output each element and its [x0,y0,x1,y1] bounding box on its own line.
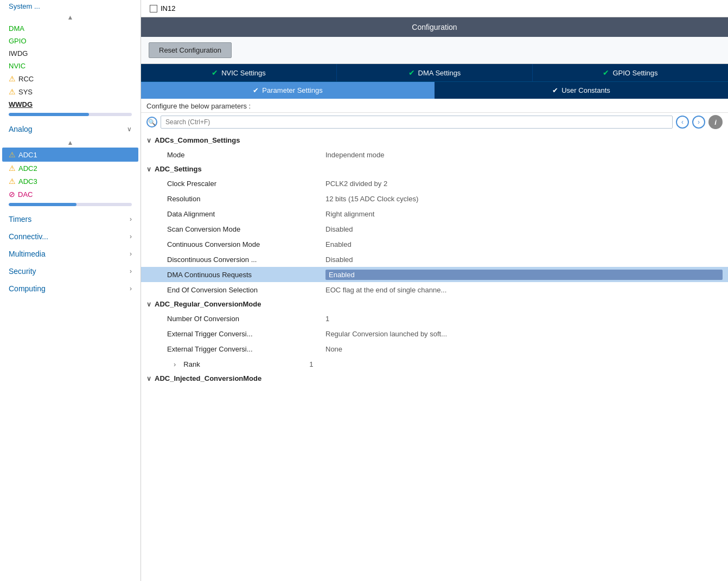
check-icon-user: ✔ [552,86,558,94]
param-label-data-align: Data Alignment [163,210,325,218]
dac-label: DAC [18,190,33,199]
param-value-scan: Disabled [325,225,723,233]
sidebar-item-adc1[interactable]: ⚠ ADC1 [2,148,138,162]
sidebar-item-sys[interactable]: ⚠ SYS [0,85,141,98]
sidebar-item-wwdg[interactable]: WWDG [0,98,141,111]
param-row-num-conv: Number Of Conversion 1 [141,311,728,326]
sidebar-section-security[interactable]: Security › [0,263,141,280]
connectivity-label: Connectiv... [9,232,48,241]
gpio-label: GPIO [9,37,27,45]
param-row-clock: Clock Prescaler PCLK2 divided by 2 [141,176,728,191]
sidebar-section-connectivity[interactable]: Connectiv... › [0,228,141,245]
sidebar-section-timers[interactable]: Timers › [0,210,141,228]
sidebar-item-adc3[interactable]: ⚠ ADC3 [0,175,141,188]
section-adc-regular-label: ADC_Regular_ConversionMode [155,300,261,308]
cancel-icon-dac: ⊘ [9,190,15,199]
param-row-eoc: End Of Conversion Selection EOC flag at … [141,282,728,297]
chevron-right-icon-comp: › [130,285,132,292]
search-input[interactable] [161,116,673,129]
section-adc-settings[interactable]: ∨ ADC_Settings [141,162,728,176]
prev-button[interactable]: ‹ [676,116,689,129]
param-value-data-align: Right alignment [325,210,723,218]
sidebar-item-gpio[interactable]: GPIO [0,35,141,47]
tab-dma-settings[interactable]: ✔ DMA Settings [337,64,533,81]
tab-gpio-settings[interactable]: ✔ GPIO Settings [533,64,728,81]
tab-param-label: Parameter Settings [262,86,322,94]
warn-icon-adc2: ⚠ [9,164,16,173]
sidebar-item-dac[interactable]: ⊘ DAC [0,188,141,201]
param-label-eoc: End Of Conversion Selection [163,286,325,294]
param-row-continuous: Continuous Conversion Mode Enabled [141,237,728,252]
check-icon-dma: ✔ [408,68,415,77]
reset-config-button[interactable]: Reset Configuration [149,42,232,58]
section-adc-settings-label: ADC_Settings [155,165,202,173]
sidebar-section-computing[interactable]: Computing › [0,280,141,297]
param-label-scan: Scan Conversion Mode [163,225,325,233]
param-label-ext-trig1: External Trigger Conversi... [163,330,325,338]
param-table: ∨ ADCs_Common_Settings Mode Independent … [141,131,728,581]
sidebar-system-label: System ... [9,2,40,10]
sidebar-item-nvic[interactable]: NVIC [0,60,141,72]
adc2-label: ADC2 [18,164,37,173]
warn-icon-rcc: ⚠ [9,74,16,83]
config-description: Configure the below parameters : [141,99,728,113]
sidebar-item-adc2[interactable]: ⚠ ADC2 [0,162,141,175]
tabs-row2: ✔ Parameter Settings ✔ User Constants [141,81,728,99]
expand-icon-adcs-common: ∨ [146,137,151,144]
top-bar: IN12 [141,0,728,17]
search-row: 🔍 ‹ › i [141,113,728,131]
param-value-ext-trig2: None [325,345,723,353]
dma-label: DMA [9,24,24,33]
config-header: Configuration [141,17,728,37]
sidebar-arrow-up: ▲ [0,12,141,22]
param-label-clock: Clock Prescaler [163,180,325,188]
search-icon: 🔍 [146,117,157,127]
section-adcs-common[interactable]: ∨ ADCs_Common_Settings [141,133,728,147]
param-label-resolution: Resolution [163,195,325,203]
tab-nvic-settings[interactable]: ✔ NVIC Settings [141,64,337,81]
check-icon-nvic: ✔ [212,68,218,77]
config-panel: Configuration Reset Configuration ✔ NVIC… [141,17,728,581]
adc1-label: ADC1 [18,151,37,159]
info-button[interactable]: i [708,115,723,129]
sidebar-arrow-up2: ▲ [0,138,141,148]
expand-icon-rank[interactable]: › [174,360,176,368]
security-label: Security [9,267,36,276]
param-value-continuous: Enabled [325,240,723,248]
param-row-data-align: Data Alignment Right alignment [141,206,728,221]
sidebar-section-multimedia[interactable]: Multimedia › [0,245,141,263]
param-value-ext-trig1: Regular Conversion launched by soft... [325,330,723,338]
sidebar-item-iwdg[interactable]: IWDG [0,47,141,60]
tab-parameter-settings[interactable]: ✔ Parameter Settings [141,82,435,99]
param-value-clock: PCLK2 divided by 2 [325,180,723,188]
tab-dma-label: DMA Settings [418,69,461,77]
param-row-dma-requests[interactable]: DMA Continuous Requests Enabled [141,267,728,282]
checkbox-in12[interactable] [150,5,157,12]
chevron-right-icon-conn: › [130,233,132,240]
tab-gpio-label: GPIO Settings [612,69,657,77]
param-label-discontinuous: Discontinuous Conversion ... [163,256,325,264]
next-button[interactable]: › [692,116,705,129]
sidebar-item-rcc[interactable]: ⚠ RCC [0,72,141,85]
chevron-down-icon: ∨ [127,125,132,133]
sidebar-section-analog[interactable]: Analog ∨ [0,120,141,138]
sidebar-item-dma[interactable]: DMA [0,22,141,35]
section-adc-injected[interactable]: ∨ ADC_Injected_ConversionMode [141,372,728,385]
wwdg-label: WWDG [9,100,33,108]
section-adc-regular[interactable]: ∨ ADC_Regular_ConversionMode [141,297,728,311]
param-value-discontinuous: Disabled [325,256,723,264]
sidebar-item-system[interactable]: System ... [0,0,141,12]
config-title: Configuration [412,23,457,31]
param-value-resolution: 12 bits (15 ADC Clock cycles) [325,195,723,203]
check-icon-param: ✔ [253,86,259,94]
sys-label: SYS [18,88,33,96]
param-row-rank: › Rank 1 [141,356,728,372]
tab-user-constants[interactable]: ✔ User Constants [435,82,728,99]
desc-text: Configure the below parameters : [146,102,251,110]
param-label-num-conv: Number Of Conversion [163,315,325,323]
expand-icon-adc-settings: ∨ [146,165,151,173]
in12-checkbox-item[interactable]: IN12 [150,4,175,12]
multimedia-label: Multimedia [9,250,46,258]
warn-icon-adc1: ⚠ [9,150,16,159]
param-row-mode: Mode Independent mode [141,147,728,162]
